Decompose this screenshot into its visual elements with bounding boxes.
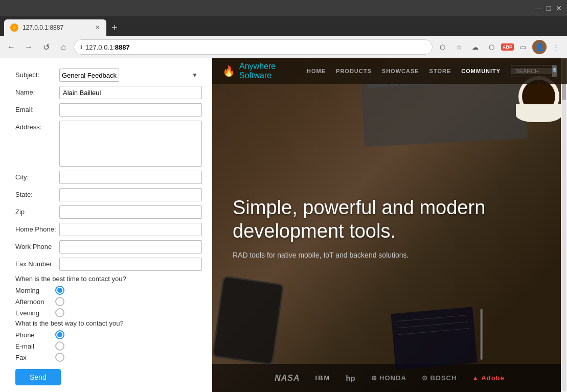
tab-title: 127.0.0.1:8887 (22, 24, 91, 31)
navigation-bar: ← → ↺ ⌂ ℹ 127.0.0.1:8887 ⬡ ☆ ☁ ⬡ ABP ▭ 👤… (0, 36, 567, 58)
fax-field[interactable] (59, 258, 202, 271)
honda-logo: ⊕ HONDA (371, 374, 406, 382)
email-label: Email: (15, 103, 56, 113)
afternoon-radio[interactable] (55, 297, 64, 306)
scrollbar-track (562, 59, 566, 391)
forward-button[interactable]: → (21, 40, 36, 54)
abp-badge: ABP (501, 43, 514, 51)
name-row: Name: (15, 86, 202, 99)
work-phone-label: Work Phone (15, 240, 56, 250)
email-radio-row: E-mail (15, 341, 202, 351)
address-row: Address: (15, 121, 202, 167)
state-field[interactable] (59, 188, 202, 201)
tab-favicon: ⚡ (10, 24, 18, 32)
phone-label: Phone (15, 331, 51, 339)
address-field[interactable] (59, 121, 202, 167)
contact-form: Subject: General Feedback Bug Report Fea… (0, 58, 212, 392)
browser-window: ― □ ✕ ⚡ 127.0.0.1:8887 ✕ + ← → ↺ ⌂ ℹ 127… (0, 0, 567, 392)
cloud-icon[interactable]: ☁ (468, 40, 483, 54)
website-preview-section: 🔥 Anywhere Software HOME PRODUCTS SHOWCA… (212, 58, 567, 392)
tab-bar: ⚡ 127.0.0.1:8887 ✕ + (0, 16, 567, 36)
nasa-logo: NASA (275, 374, 300, 383)
fax-label: Fax Number (15, 258, 56, 268)
site-logo: 🔥 Anywhere Software (222, 62, 297, 80)
brand-logo-strip: NASA IBM hp ⊕ HONDA ⊙ BOSCH ▲ Adobe (212, 364, 567, 392)
evening-radio-row: Evening (15, 308, 202, 317)
city-row: City: (15, 171, 202, 184)
afternoon-radio-row: Afternoon (15, 297, 202, 306)
fax-radio[interactable] (55, 353, 64, 362)
profile-avatar[interactable]: 👤 (532, 40, 547, 54)
home-button[interactable]: ⌂ (56, 40, 71, 54)
home-phone-label: Home Phone: (15, 223, 56, 233)
chevron-down-icon: ▼ (192, 72, 198, 79)
back-button[interactable]: ← (4, 40, 18, 54)
nav-products[interactable]: PRODUCTS (336, 68, 372, 74)
close-button[interactable]: ✕ (555, 4, 563, 12)
nav-home[interactable]: HOME (307, 68, 326, 74)
evening-label: Evening (15, 309, 51, 317)
state-row: State: (15, 188, 202, 201)
nav-icons: ⬡ ☆ ☁ ⬡ ABP ▭ 👤 ⋮ (436, 40, 563, 54)
morning-label: Morning (15, 287, 51, 294)
website-preview: 🔥 Anywhere Software HOME PRODUCTS SHOWCA… (212, 58, 567, 392)
extension-icon[interactable]: ⬡ (485, 40, 499, 54)
nav-community[interactable]: COMMUNITY (461, 68, 501, 74)
email-field[interactable] (59, 103, 202, 117)
hp-logo: hp (346, 374, 355, 382)
new-tab-button[interactable]: + (107, 20, 122, 35)
page-content: Subject: General Feedback Bug Report Fea… (0, 58, 567, 392)
contact-method-question: What is the best way to contact you? (15, 319, 202, 327)
fax-radio-row: Fax (15, 353, 202, 362)
name-field[interactable] (59, 86, 202, 99)
home-phone-row: Home Phone: (15, 223, 202, 236)
morning-radio[interactable] (55, 286, 64, 295)
address-bar[interactable]: ℹ 127.0.0.1:8887 (74, 39, 433, 55)
adobe-logo: ▲ Adobe (472, 374, 504, 382)
lock-icon: ℹ (80, 44, 82, 51)
zip-label: Zip (15, 205, 56, 216)
work-phone-row: Work Phone (15, 240, 202, 253)
logo-flame-icon: 🔥 (222, 65, 235, 77)
subject-select[interactable]: General Feedback Bug Report Feature Requ… (59, 68, 119, 82)
phone-radio[interactable] (55, 330, 64, 339)
bookmark-icon[interactable]: ☆ (452, 40, 466, 54)
cast-icon[interactable]: ⬡ (436, 40, 450, 54)
email-row: Email: (15, 103, 202, 117)
zip-field[interactable] (59, 205, 202, 219)
minimize-button[interactable]: ― (534, 4, 542, 12)
tablet-decoration (212, 275, 284, 365)
fax-row: Fax Number (15, 258, 202, 271)
zip-row: Zip (15, 205, 202, 219)
morning-radio-row: Morning (15, 286, 202, 295)
email-radio[interactable] (55, 341, 64, 351)
city-field[interactable] (59, 171, 202, 184)
city-label: City: (15, 171, 56, 181)
search-button[interactable]: 🔍 (552, 65, 557, 77)
state-label: State: (15, 188, 56, 198)
subject-select-wrapper: General Feedback Bug Report Feature Requ… (59, 68, 202, 82)
active-tab[interactable]: ⚡ 127.0.0.1:8887 ✕ (4, 19, 106, 36)
site-search: 🔍 (511, 65, 557, 77)
hero-subtitle: RAD tools for native mobile, IoT and bac… (233, 251, 547, 259)
maximize-button[interactable]: □ (545, 4, 553, 12)
reload-button[interactable]: ↺ (39, 40, 53, 54)
nav-showcase[interactable]: SHOWCASE (382, 68, 419, 74)
search-input[interactable] (511, 68, 552, 74)
send-button[interactable]: Send (15, 369, 61, 385)
menu-button[interactable]: ⋮ (549, 40, 563, 54)
screen-cast-button[interactable]: ▭ (516, 40, 530, 54)
fax-method-label: Fax (15, 354, 51, 361)
nav-store[interactable]: STORE (429, 68, 451, 74)
evening-radio[interactable] (55, 308, 64, 317)
subject-row: Subject: General Feedback Bug Report Fea… (15, 68, 202, 82)
tab-close-icon[interactable]: ✕ (95, 24, 100, 31)
title-bar: ― □ ✕ (0, 0, 567, 16)
bosch-logo: ⊙ BOSCH (422, 374, 457, 382)
url-display: 127.0.0.1:8887 (85, 43, 426, 51)
ibm-logo: IBM (315, 374, 331, 382)
logo-text: Anywhere Software (239, 62, 297, 80)
phone-radio-row: Phone (15, 330, 202, 339)
home-phone-field[interactable] (59, 223, 202, 236)
work-phone-field[interactable] (59, 240, 202, 253)
